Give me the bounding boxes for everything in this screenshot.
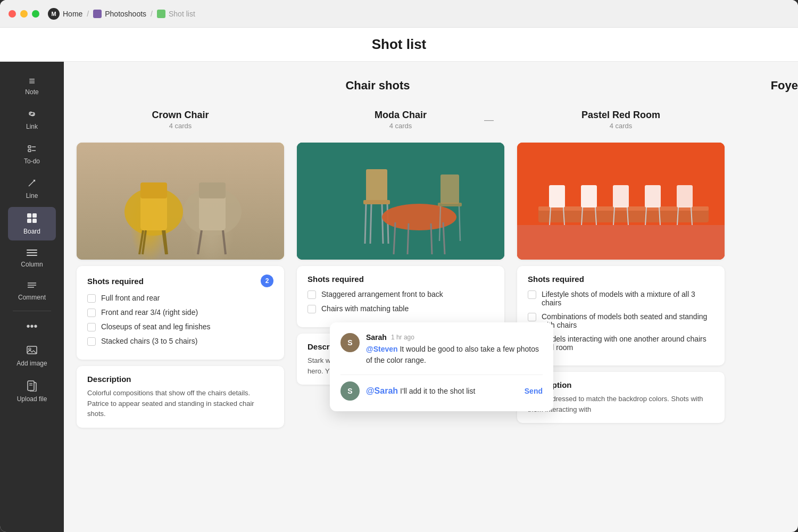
line-icon — [27, 178, 37, 190]
comment-input-row: S @Sarah Send — [340, 375, 543, 401]
moda-shots-card: Shots required Staggered arrangement fro… — [297, 266, 504, 327]
sidebar-item-board[interactable]: Board — [8, 207, 56, 240]
svg-rect-8 — [27, 219, 31, 223]
sidebar: ≡ Note Link — [0, 62, 64, 532]
svg-rect-45 — [440, 174, 459, 204]
svg-rect-35 — [363, 200, 390, 204]
photoshoots-color-icon — [93, 10, 102, 18]
svg-rect-0 — [28, 146, 31, 148]
pastel-image-card — [517, 143, 725, 260]
upload-icon — [27, 380, 37, 393]
sarah-mention: @Steven — [366, 345, 398, 353]
list-item: Lifestyle shots of models with a mixture… — [528, 290, 714, 307]
sarah-comment-meta: Sarah 1 hr ago — [366, 333, 543, 342]
crown-shots-card: Shots required 2 Full front and rear Fro — [77, 266, 284, 360]
crown-chair-image — [77, 143, 284, 260]
moda-title: Moda Chair — [375, 110, 427, 121]
board-section-header: Chair shots Foye — [64, 62, 798, 103]
svg-rect-6 — [27, 213, 31, 218]
send-button[interactable]: Send — [525, 387, 543, 395]
pastel-count: 4 cards — [523, 122, 718, 130]
note-icon: ≡ — [29, 76, 35, 86]
sidebar-item-upload[interactable]: Upload file — [8, 375, 56, 408]
svg-rect-23 — [140, 182, 167, 198]
list-item: Chairs with matching table — [307, 304, 494, 313]
svg-rect-52 — [549, 185, 565, 207]
list-item: Combinations of models both seated and s… — [528, 312, 714, 329]
crown-image-card — [77, 143, 284, 260]
svg-line-38 — [370, 204, 371, 244]
breadcrumb-photoshoots[interactable]: Photoshoots — [93, 10, 146, 18]
pastel-title: Pastel Red Room — [523, 110, 718, 121]
sidebar-item-column[interactable]: Column — [8, 243, 56, 273]
comment-popup: S Sarah 1 hr ago @Steven It would be goo… — [330, 322, 553, 411]
sarah-comment-content: Sarah 1 hr ago @Steven It would be good … — [366, 333, 543, 366]
breadcrumb-home[interactable]: M Home — [48, 8, 82, 20]
avatar-sarah: S — [340, 333, 360, 352]
svg-rect-7 — [32, 213, 37, 218]
crown-badge: 2 — [261, 275, 273, 287]
page-title: Shot list — [0, 36, 798, 53]
list-item: Models interacting with one another arou… — [528, 335, 714, 352]
checkbox-4[interactable] — [87, 337, 96, 346]
svg-rect-33 — [297, 143, 504, 260]
checkbox-2[interactable] — [87, 309, 96, 317]
list-item: Stacked chairs (3 to 5 chairs) — [87, 337, 273, 346]
home-icon: M — [48, 8, 60, 20]
checkbox-moda-2[interactable] — [307, 305, 316, 313]
checkbox-moda-1[interactable] — [307, 290, 316, 299]
list-item: Closeups of seat and leg finishes — [87, 322, 273, 331]
moda-count: 4 cards — [375, 122, 427, 130]
svg-point-40 — [382, 204, 456, 230]
sidebar-item-line[interactable]: Line — [8, 172, 56, 205]
checkbox-1[interactable] — [87, 294, 96, 303]
sidebar-item-note[interactable]: ≡ Note — [8, 70, 56, 101]
pastel-room-image — [517, 143, 725, 260]
svg-rect-61 — [645, 185, 661, 207]
pastel-header: Pastel Red Room 4 cards — [517, 103, 725, 136]
sidebar-item-comment[interactable]: Comment — [8, 276, 56, 306]
checkbox-3[interactable] — [87, 323, 96, 331]
breadcrumb-sep-1: / — [87, 10, 89, 18]
moda-image-card — [297, 143, 504, 260]
svg-rect-2 — [28, 149, 31, 152]
comment-input-field[interactable] — [400, 387, 518, 395]
maximize-button[interactable] — [32, 10, 39, 18]
sarah-comment-text: @Steven It would be good to also take a … — [366, 344, 543, 366]
crown-count: 4 cards — [83, 122, 278, 130]
checkbox-pastel-1[interactable] — [528, 290, 536, 299]
sidebar-item-more[interactable]: ••• — [8, 315, 56, 337]
section-title: Chair shots — [89, 79, 772, 93]
svg-line-32 — [223, 230, 226, 254]
board-icon — [26, 212, 38, 226]
pastel-desc-text: Models dressed to match the backdrop col… — [528, 394, 714, 414]
shotlist-color-icon — [157, 10, 165, 18]
svg-line-44 — [431, 223, 432, 254]
add-image-icon — [26, 344, 38, 358]
sarah-name: Sarah — [366, 333, 387, 342]
comment-sarah: S Sarah 1 hr ago @Steven It would be goo… — [340, 333, 543, 366]
crown-header: Crown Chair 4 cards — [77, 103, 284, 136]
sidebar-item-add-image[interactable]: Add image — [8, 339, 56, 372]
sidebar-item-link[interactable]: Link — [8, 103, 56, 136]
svg-rect-58 — [613, 185, 629, 207]
svg-rect-9 — [32, 219, 37, 223]
sidebar-item-todo[interactable]: To-do — [8, 138, 56, 170]
moda-header-row: Moda Chair 4 cards — — [303, 110, 498, 130]
todo-icon — [27, 143, 37, 155]
minimize-button[interactable] — [20, 10, 28, 18]
svg-rect-12 — [27, 255, 37, 256]
sarah-time: 1 hr ago — [391, 334, 414, 341]
comment-icon — [27, 281, 37, 292]
svg-rect-55 — [581, 185, 597, 207]
breadcrumb: M Home / Photoshoots / Shot list — [48, 8, 195, 20]
list-item: Front and rear 3/4 (right side) — [87, 308, 273, 317]
moda-menu-button[interactable]: — — [484, 114, 494, 126]
close-button[interactable] — [9, 10, 16, 18]
column-crown: Crown Chair 4 cards — [77, 103, 284, 428]
checkbox-pastel-2[interactable] — [528, 313, 536, 321]
svg-line-43 — [408, 223, 409, 254]
breadcrumb-shotlist[interactable]: Shot list — [157, 10, 195, 18]
page-header: Shot list — [0, 28, 798, 62]
pastel-desc-title: Description — [528, 380, 714, 389]
